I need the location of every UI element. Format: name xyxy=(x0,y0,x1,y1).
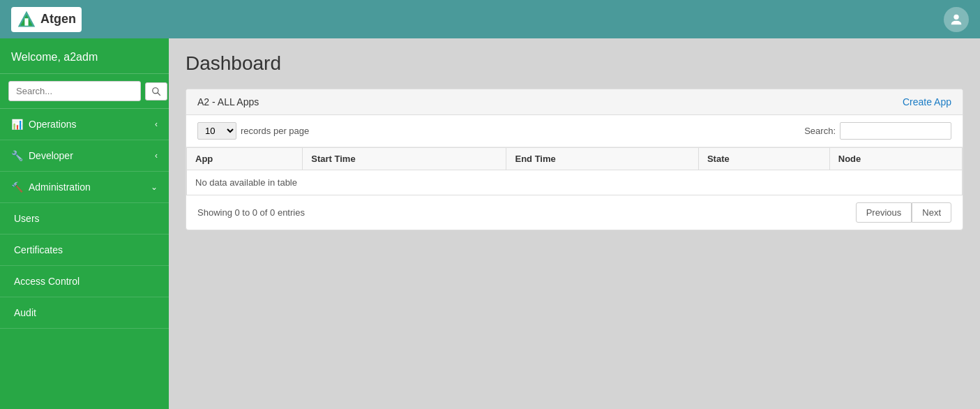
chevron-icon-admin: ⌄ xyxy=(151,182,158,192)
page-title: Dashboard xyxy=(186,52,963,75)
records-per-page-select[interactable]: 10 25 50 100 xyxy=(197,122,236,140)
chevron-icon-dev: ‹ xyxy=(155,151,158,161)
search-button[interactable] xyxy=(145,82,167,101)
chart-icon: 📊 xyxy=(11,119,23,130)
previous-button[interactable]: Previous xyxy=(856,202,912,223)
table-search-label: Search: xyxy=(804,126,836,136)
card-footer: Showing 0 to 0 of 0 entries Previous Nex… xyxy=(186,195,963,230)
main-layout: Welcome, a2adm 📊 Operations ‹ 🔧 Develope xyxy=(0,38,980,409)
svg-rect-2 xyxy=(24,18,28,26)
search-container xyxy=(0,74,169,109)
sidebar-item-users-label: Users xyxy=(14,213,40,224)
sidebar-item-users[interactable]: Users xyxy=(0,203,169,235)
table-body: No data available in table xyxy=(187,170,963,195)
user-avatar[interactable] xyxy=(944,7,969,32)
logo-icon xyxy=(17,10,36,29)
sidebar-item-operations[interactable]: 📊 Operations ‹ xyxy=(0,109,169,140)
create-app-link[interactable]: Create App xyxy=(903,96,951,107)
user-icon xyxy=(949,12,964,27)
sidebar-item-access-control[interactable]: Access Control xyxy=(0,266,169,297)
table-search-container: Search: xyxy=(804,122,951,140)
card-toolbar: 10 25 50 100 records per page Search: xyxy=(186,115,963,147)
content-area: Dashboard A2 - ALL Apps Create App 10 25… xyxy=(169,38,980,409)
col-state: State xyxy=(698,148,829,170)
sidebar-item-operations-label: Operations xyxy=(29,119,76,130)
sidebar-item-administration-label: Administration xyxy=(29,181,91,193)
top-navbar: Atgen xyxy=(0,0,980,38)
records-per-page-label: records per page xyxy=(241,126,309,136)
sidebar-item-certificates[interactable]: Certificates xyxy=(0,235,169,266)
empty-row: No data available in table xyxy=(187,170,963,195)
search-input[interactable] xyxy=(8,81,141,101)
col-end-time: End Time xyxy=(506,148,698,170)
data-table: App Start Time End Time State Node No da… xyxy=(186,147,963,195)
empty-message: No data available in table xyxy=(187,170,963,195)
sidebar-item-audit-label: Audit xyxy=(14,307,36,318)
svg-point-3 xyxy=(953,14,958,19)
svg-line-5 xyxy=(158,92,160,95)
logo[interactable]: Atgen xyxy=(11,7,82,32)
code-icon: 🔧 xyxy=(11,150,23,161)
table-search-input[interactable] xyxy=(840,122,951,140)
col-node: Node xyxy=(829,148,962,170)
next-button[interactable]: Next xyxy=(912,202,951,223)
sidebar-item-developer-label: Developer xyxy=(29,150,73,161)
welcome-message: Welcome, a2adm xyxy=(0,38,169,74)
chevron-icon: ‹ xyxy=(155,119,158,129)
logo-text: Atgen xyxy=(40,12,76,27)
card-header: A2 - ALL Apps Create App xyxy=(186,89,963,115)
sidebar-item-administration[interactable]: 🔨 Administration ⌄ xyxy=(0,172,169,203)
sidebar: Welcome, a2adm 📊 Operations ‹ 🔧 Develope xyxy=(0,38,169,409)
sidebar-item-access-control-label: Access Control xyxy=(14,276,80,287)
sidebar-item-audit[interactable]: Audit xyxy=(0,297,169,329)
table-header: App Start Time End Time State Node xyxy=(187,148,963,170)
records-selector: 10 25 50 100 records per page xyxy=(197,122,309,140)
card-header-title: A2 - ALL Apps xyxy=(197,96,259,107)
svg-point-4 xyxy=(153,87,158,93)
sidebar-item-certificates-label: Certificates xyxy=(14,244,63,255)
col-app: App xyxy=(187,148,303,170)
entries-info: Showing 0 to 0 of 0 entries xyxy=(197,207,305,218)
search-icon xyxy=(151,87,161,96)
dashboard-card: A2 - ALL Apps Create App 10 25 50 100 re… xyxy=(186,89,963,230)
col-start-time: Start Time xyxy=(303,148,506,170)
wrench-icon: 🔨 xyxy=(11,181,23,193)
pagination: Previous Next xyxy=(856,202,951,223)
sidebar-item-developer[interactable]: 🔧 Developer ‹ xyxy=(0,140,169,172)
